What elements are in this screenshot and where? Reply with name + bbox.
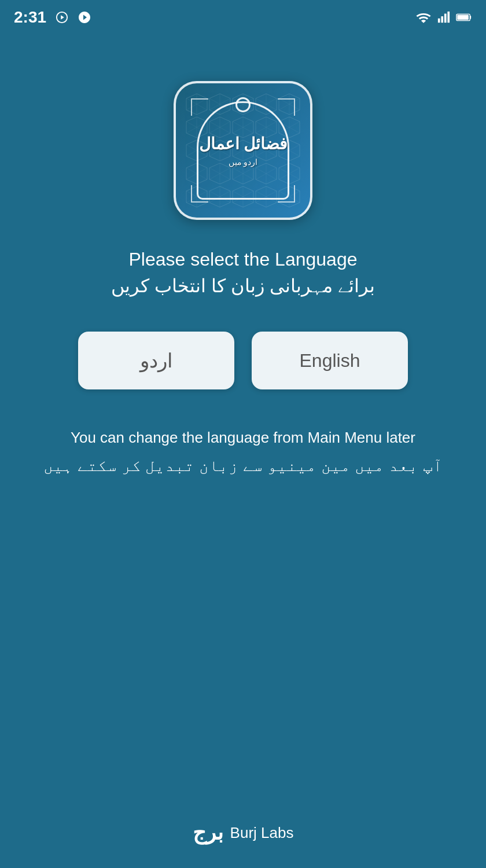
footer-note-en: You can change the language from Main Me… xyxy=(43,424,443,451)
status-bar: 2:31 xyxy=(0,0,486,35)
brand-name: Burj Labs xyxy=(230,824,294,842)
main-content: فضائل اعمال اردو میں Please select the L… xyxy=(0,35,486,868)
play-icon xyxy=(56,11,68,24)
camera-icon xyxy=(78,10,91,24)
icon-arch: فضائل اعمال اردو میں xyxy=(197,101,289,200)
icon-corner-tr xyxy=(278,98,295,116)
status-icons xyxy=(415,11,472,24)
status-time: 2:31 xyxy=(14,8,46,27)
bottom-brand: برج Burj Labs xyxy=(193,821,294,845)
svg-rect-4 xyxy=(444,14,447,23)
svg-rect-3 xyxy=(441,16,443,23)
signal-icon xyxy=(437,11,450,24)
select-language-heading-en: Please select the Language xyxy=(129,249,358,270)
wifi-icon xyxy=(415,11,432,24)
app-icon: فضائل اعمال اردو میں xyxy=(174,81,312,220)
urdu-button[interactable]: اردو xyxy=(78,332,234,389)
svg-rect-7 xyxy=(457,15,469,20)
icon-arabic-subtitle: اردو میں xyxy=(229,157,258,167)
icon-arabic-title: فضائل اعمال xyxy=(199,134,288,154)
brand-logo: برج xyxy=(193,821,223,845)
svg-marker-1 xyxy=(61,15,64,19)
english-button[interactable]: English xyxy=(252,332,408,389)
language-buttons: اردو English xyxy=(78,332,408,389)
select-language-heading-ur: برائے مہربانی زبان کا انتخاب کریں xyxy=(111,275,374,297)
footer-note-ur: آپ بعد میں مین مینیو سے زبان تبدیل کر سک… xyxy=(43,451,443,480)
svg-rect-2 xyxy=(438,19,440,23)
icon-corner-tl xyxy=(191,98,208,116)
battery-icon xyxy=(456,12,472,23)
footer-note: You can change the language from Main Me… xyxy=(20,424,466,480)
svg-rect-5 xyxy=(447,12,450,23)
